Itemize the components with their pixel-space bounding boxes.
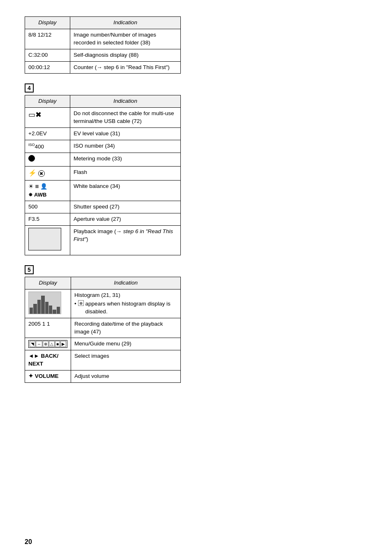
section-5: 5 Display Indication: [25, 265, 367, 383]
histogram-image: [28, 292, 61, 314]
histogram-sub: • ⊗ appears when histogram display is di…: [74, 300, 177, 316]
table-row: +2.0EV EV level value (31): [25, 128, 181, 140]
sun-dots-icon: ✸: [28, 191, 33, 199]
indication-cell: White balance (34): [70, 180, 181, 201]
histogram-label: Histogram (21, 31): [74, 292, 120, 298]
indication-cell: Adjust volume: [71, 370, 181, 383]
usb-icon: ▭✖: [28, 111, 42, 119]
menu-item-p: ◥: [30, 341, 35, 347]
indication-cell: Select images: [71, 350, 181, 370]
person-icon: 👤: [40, 183, 47, 191]
wb-bar-icon: ≣: [35, 183, 39, 190]
menu-item-m: ⊗: [43, 341, 48, 347]
display-cell: ◥ ↔ ⊗ △ ■ ▶: [25, 338, 71, 350]
menu-item-arrow: ↔: [36, 341, 42, 347]
col-indication-header: Indication: [70, 17, 181, 29]
col-display-header: Display: [25, 95, 70, 108]
awb-label: AWB: [34, 191, 46, 199]
table-row: Playback image (→ step 6 in "Read This F…: [25, 226, 181, 255]
display-cell: 8/8 12/12: [25, 29, 70, 49]
table-row: ⚡ ✖ Flash: [25, 167, 181, 180]
disabled-icon: ⊗: [78, 300, 84, 306]
display-cell: C:32:00: [25, 49, 70, 61]
display-cell: ☀ ≣ 👤 ✸ AWB: [25, 180, 70, 201]
flash-icon: ⚡: [28, 169, 37, 176]
indication-cell: Shutter speed (27): [70, 201, 181, 213]
menu-item-tri: △: [49, 341, 55, 347]
table-row: 500 Shutter speed (27): [25, 201, 181, 213]
col-display-header: Display: [25, 277, 71, 289]
table-top: Display Indication 8/8 12/12 Image numbe…: [25, 16, 181, 74]
table-row: 2005 1 1 Recording date/time of the play…: [25, 318, 181, 338]
display-cell: 00:00:12: [25, 61, 70, 74]
indication-cell: EV level value (31): [70, 128, 181, 140]
col-indication-header: Indication: [70, 95, 181, 108]
display-cell: 2005 1 1: [25, 318, 71, 338]
section-top: Display Indication 8/8 12/12 Image numbe…: [25, 16, 367, 74]
display-cell: +2.0EV: [25, 128, 70, 140]
indication-cell: Do not disconnect the cable for multi-us…: [70, 108, 181, 128]
indication-cell: Histogram (21, 31) • ⊗ appears when hist…: [71, 289, 181, 318]
col-display-header: Display: [25, 17, 70, 29]
page-number: 20: [25, 538, 32, 546]
display-cell: 500: [25, 201, 70, 213]
table-row: F3.5 Aperture value (27): [25, 213, 181, 226]
appears-when-text: appears when histogram display is disabl…: [85, 300, 177, 316]
table-row: Metering mode (33): [25, 153, 181, 167]
indication-cell: Aperture value (27): [70, 213, 181, 226]
table-row: ◄► BACK/NEXT Select images: [25, 350, 181, 370]
table-row: 00:00:12 Counter (→ step 6 in "Read This…: [25, 61, 181, 74]
table-5: Display Indication: [25, 277, 181, 383]
sun-icon: ☀: [28, 183, 34, 191]
playback-image-box: [28, 228, 61, 250]
indication-cell: Metering mode (33): [70, 153, 181, 167]
indication-cell: Image number/Number of images recorded i…: [70, 29, 181, 49]
table-4: Display Indication ▭✖ Do not disconnect …: [25, 95, 181, 255]
table-row: C:32:00 Self-diagnosis display (88): [25, 49, 181, 61]
display-cell: ⚡ ✖: [25, 167, 70, 180]
bullet: •: [74, 300, 76, 308]
indication-cell: Self-diagnosis display (88): [70, 49, 181, 61]
indication-cell: ISO number (34): [70, 140, 181, 153]
section-number-5: 5: [25, 265, 34, 274]
display-cell: ISO400: [25, 140, 70, 153]
indication-cell: Recording date/time of the playback imag…: [71, 318, 181, 338]
flash-circle-icon: ✖: [38, 170, 45, 177]
table-row: ☀ ≣ 👤 ✸ AWB White balance (34): [25, 180, 181, 201]
section-4: 4 Display Indication ▭✖ Do not disconnec…: [25, 83, 367, 255]
table-row: ✦ VOLUME Adjust volume: [25, 370, 181, 383]
display-cell: [25, 289, 71, 318]
col-indication-header: Indication: [71, 277, 181, 289]
table-row: ◥ ↔ ⊗ △ ■ ▶ Menu/Guide menu (29): [25, 338, 181, 350]
table-row: ISO400 ISO number (34): [25, 140, 181, 153]
display-cell: [25, 226, 70, 255]
display-cell: ✦ VOLUME: [25, 370, 71, 383]
table-row: 8/8 12/12 Image number/Number of images …: [25, 29, 181, 49]
display-cell: ◄► BACK/NEXT: [25, 350, 71, 370]
menu-item-n: ▶: [60, 341, 66, 347]
indication-cell: Counter (→ step 6 in "Read This First"): [70, 61, 181, 74]
indication-cell: Menu/Guide menu (29): [71, 338, 181, 350]
section-number-4: 4: [25, 83, 34, 93]
indication-cell: Playback image (→ step 6 in "Read This F…: [70, 226, 181, 255]
display-cell: ▭✖: [25, 108, 70, 128]
display-cell: F3.5: [25, 213, 70, 226]
indication-cell: Flash: [70, 167, 181, 180]
metering-icon: [28, 155, 35, 162]
menu-item-6: ■: [55, 341, 60, 347]
table-row: Histogram (21, 31) • ⊗ appears when hist…: [25, 289, 181, 318]
menu-guide-bar: ◥ ↔ ⊗ △ ■ ▶: [28, 340, 67, 348]
display-cell: [25, 153, 70, 167]
table-row: ▭✖ Do not disconnect the cable for multi…: [25, 108, 181, 128]
